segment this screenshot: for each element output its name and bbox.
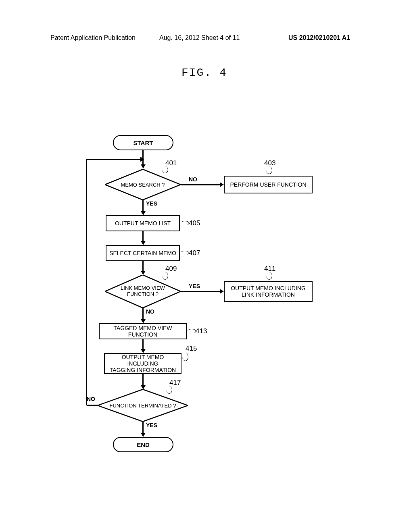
svg-marker-0 (105, 169, 181, 200)
box-label: OUTPUT MEMO INCLUDING LINK INFORMATION (231, 285, 306, 298)
svg-marker-2 (98, 389, 188, 422)
end-node: END (113, 437, 173, 452)
arrow (141, 211, 146, 215)
box-label: PERFORM USER FUNCTION (230, 181, 307, 188)
decision-link-memo-view: LINK MEMO VIEW FUNCTION ? (105, 275, 181, 308)
callout-409: 409 (165, 265, 177, 273)
callout-417: 417 (169, 379, 181, 387)
box-output-memo-tagging: OUTPUT MEMO INCLUDING TAGGING INFORMATIO… (104, 353, 181, 374)
arrow (141, 433, 146, 437)
edge (181, 291, 221, 292)
callout-curve (166, 386, 172, 394)
box-select-certain-memo: SELECT CERTAIN MEMO (106, 245, 180, 261)
arrow (141, 241, 146, 245)
figure-title: FIG. 4 (181, 66, 227, 79)
callout-415: 415 (186, 345, 197, 353)
box-label: SELECT CERTAIN MEMO (109, 250, 176, 256)
box-tagged-memo-view: TAGGED MEMO VIEW FUNCTION (99, 323, 187, 339)
header-center: Aug. 16, 2012 Sheet 4 of 11 (159, 34, 240, 42)
callout-401: 401 (165, 159, 177, 167)
callout-407: 407 (189, 249, 200, 257)
header-left: Patent Application Publication (50, 34, 136, 42)
callout-curve (181, 251, 189, 255)
box-output-memo-link: OUTPUT MEMO INCLUDING LINK INFORMATION (224, 281, 313, 302)
branch-yes-401: YES (146, 200, 157, 207)
decision-memo-search: MEMO SEARCH ? (105, 169, 181, 200)
branch-yes-417: YES (146, 422, 157, 428)
arrow (220, 289, 224, 294)
box-label: OUTPUT MEMO INCLUDING TAGGING INFORMATIO… (107, 354, 178, 373)
callout-curve (182, 353, 188, 361)
box-perform-user-function: PERFORM USER FUNCTION (224, 176, 313, 193)
arrow (220, 182, 224, 187)
arrow (140, 157, 144, 162)
arrow (141, 349, 146, 353)
callout-curve (162, 166, 168, 173)
callout-403: 403 (264, 159, 275, 167)
header-right: US 2012/0210201 A1 (288, 34, 350, 42)
branch-no-409: NO (146, 308, 154, 315)
arrow (141, 319, 146, 323)
edge (86, 159, 142, 160)
edge (86, 159, 87, 405)
decision-function-terminated: FUNCTION TERMINATED ? (98, 389, 188, 422)
arrow (141, 385, 146, 389)
box-output-memo-list: OUTPUT MEMO LIST (106, 215, 180, 231)
callout-curve (181, 221, 189, 225)
edge (181, 184, 221, 185)
callout-curve (162, 272, 168, 280)
arrow (141, 164, 146, 168)
start-node: START (113, 135, 173, 150)
callout-413: 413 (196, 327, 207, 335)
branch-yes-409: YES (189, 283, 200, 289)
callout-curve (266, 166, 272, 174)
start-label: START (133, 139, 153, 146)
callout-curve (266, 272, 272, 280)
callout-411: 411 (264, 265, 275, 273)
callout-405: 405 (189, 219, 200, 227)
end-label: END (137, 441, 150, 448)
box-label: OUTPUT MEMO LIST (115, 220, 171, 227)
box-label: TAGGED MEMO VIEW FUNCTION (102, 325, 184, 338)
branch-no-401: NO (189, 176, 197, 183)
svg-marker-1 (105, 275, 181, 308)
arrow (141, 271, 146, 275)
callout-curve (188, 329, 196, 333)
branch-no-417: NO (87, 396, 95, 402)
edge (87, 405, 98, 406)
